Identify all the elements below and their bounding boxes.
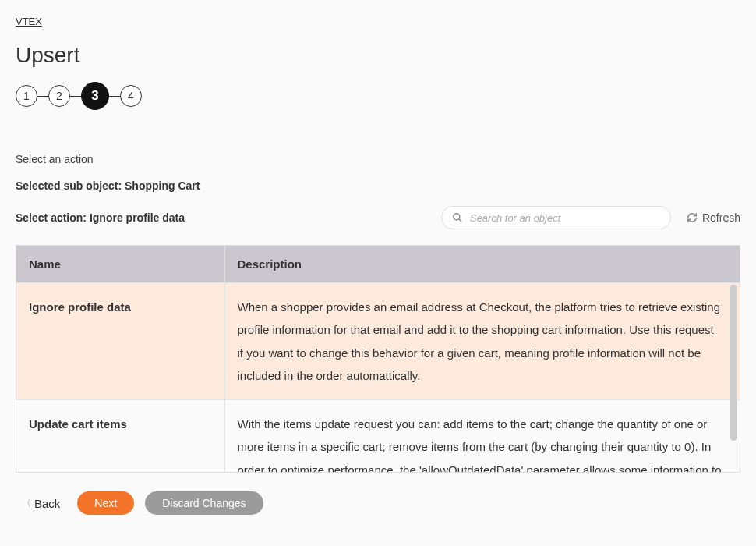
next-button[interactable]: Next bbox=[77, 491, 134, 515]
selected-sub-object: Selected sub object: Shopping Cart bbox=[16, 179, 740, 192]
step-line bbox=[70, 96, 81, 97]
back-label: Back bbox=[34, 497, 60, 510]
step-1[interactable]: 1 bbox=[16, 85, 37, 107]
row-name: Ignore profile data bbox=[16, 283, 224, 400]
scrollbar-track[interactable] bbox=[730, 285, 737, 467]
row-description: With the items update request you can: a… bbox=[224, 400, 740, 473]
step-line bbox=[37, 96, 48, 97]
row-description: When a shopper provides an email address… bbox=[224, 283, 740, 400]
step-3[interactable]: 3 bbox=[81, 82, 109, 110]
discard-button[interactable]: Discard Changes bbox=[145, 491, 263, 515]
breadcrumb[interactable]: VTEX bbox=[16, 16, 740, 27]
row-name: Update cart items bbox=[16, 400, 224, 473]
selected-action: Select action: Ignore profile data bbox=[16, 211, 185, 224]
scrollbar-thumb[interactable] bbox=[730, 285, 737, 441]
search-box bbox=[441, 206, 671, 229]
column-header-name: Name bbox=[16, 246, 224, 283]
chevron-left-icon: 〈 bbox=[22, 497, 31, 510]
page-title: Upsert bbox=[16, 43, 740, 68]
step-4[interactable]: 4 bbox=[120, 85, 142, 107]
refresh-button[interactable]: Refresh bbox=[687, 211, 740, 224]
table-row[interactable]: Ignore profile data When a shopper provi… bbox=[16, 283, 740, 400]
stepper: 1 2 3 4 bbox=[16, 82, 740, 110]
table-row[interactable]: Update cart items With the items update … bbox=[16, 400, 740, 473]
back-button[interactable]: 〈 Back bbox=[16, 492, 66, 515]
refresh-label: Refresh bbox=[702, 211, 740, 224]
step-line bbox=[109, 96, 120, 97]
column-header-description: Description bbox=[224, 246, 740, 283]
actions-table: Name Description Ignore profile data Whe… bbox=[16, 245, 740, 473]
search-input[interactable] bbox=[441, 206, 671, 229]
step-2[interactable]: 2 bbox=[48, 85, 70, 107]
refresh-icon bbox=[687, 212, 698, 223]
section-label: Select an action bbox=[16, 153, 740, 165]
